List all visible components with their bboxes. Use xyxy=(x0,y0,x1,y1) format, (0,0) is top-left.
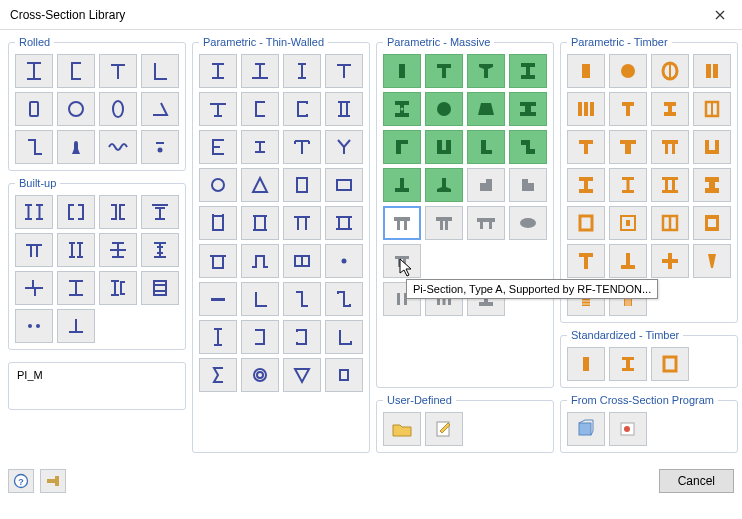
timber-i-2[interactable] xyxy=(651,92,689,126)
thin-y[interactable] xyxy=(325,130,363,164)
builtup-i-cap[interactable] xyxy=(141,195,179,229)
builtup-i-plate[interactable] xyxy=(99,233,137,267)
rolled-chs[interactable] xyxy=(57,92,95,126)
rolled-z-section[interactable] xyxy=(15,130,53,164)
program-import[interactable] xyxy=(609,412,647,446)
rolled-i-section[interactable] xyxy=(15,54,53,88)
massive-ellipse[interactable] xyxy=(509,206,547,240)
massive-tee-inv-taper[interactable] xyxy=(425,168,463,202)
timber-box-3cell[interactable] xyxy=(693,206,731,240)
thin-box-small[interactable] xyxy=(325,358,363,392)
thin-angle[interactable] xyxy=(241,282,279,316)
user-open[interactable] xyxy=(383,412,421,446)
timber-box-2cell[interactable] xyxy=(651,206,689,240)
builtup-i-c[interactable] xyxy=(99,271,137,305)
timber-i-1[interactable] xyxy=(609,92,647,126)
settings-button[interactable] xyxy=(40,469,66,493)
timber-box-hollow[interactable] xyxy=(567,206,605,240)
timber-oval-h[interactable] xyxy=(651,54,689,88)
thin-tri-down[interactable] xyxy=(283,358,321,392)
builtup-2c-back[interactable] xyxy=(57,195,95,229)
timber-pi[interactable] xyxy=(651,130,689,164)
massive-l[interactable] xyxy=(467,130,505,164)
builtup-tee-wide[interactable] xyxy=(15,233,53,267)
thin-box-wide[interactable] xyxy=(325,168,363,202)
close-button[interactable] xyxy=(697,0,742,29)
timber-u[interactable] xyxy=(693,130,731,164)
thin-box-stiff2[interactable] xyxy=(241,206,279,240)
rolled-channel[interactable] xyxy=(57,54,95,88)
thin-triangle[interactable] xyxy=(241,168,279,202)
user-edit[interactable] xyxy=(425,412,463,446)
std-timber-box[interactable] xyxy=(651,347,689,381)
builtup-i-stiff[interactable] xyxy=(141,233,179,267)
massive-step-right[interactable] xyxy=(509,168,547,202)
thin-angle-lip[interactable] xyxy=(325,320,363,354)
thin-box-stiff1[interactable] xyxy=(199,206,237,240)
rolled-rhs[interactable] xyxy=(15,92,53,126)
timber-i-heavy[interactable] xyxy=(693,168,731,202)
rolled-angle[interactable] xyxy=(141,54,179,88)
thin-tee[interactable] xyxy=(325,54,363,88)
builtup-tee-inv[interactable] xyxy=(57,309,95,343)
program-shape[interactable] xyxy=(567,412,605,446)
massive-tee-taper[interactable] xyxy=(467,54,505,88)
timber-cross[interactable] xyxy=(651,244,689,278)
thin-c-lip[interactable] xyxy=(283,92,321,126)
rolled-angle-obtuse[interactable] xyxy=(141,92,179,126)
thin-box[interactable] xyxy=(283,168,321,202)
massive-pi-a[interactable] xyxy=(383,206,421,240)
rolled-rail[interactable] xyxy=(57,130,95,164)
thin-c-flip[interactable] xyxy=(241,320,279,354)
thin-i-slender[interactable] xyxy=(199,320,237,354)
massive-pi-b[interactable] xyxy=(425,206,463,240)
massive-tee-inv[interactable] xyxy=(383,168,421,202)
timber-i-asym2[interactable] xyxy=(609,244,647,278)
massive-i-wide[interactable] xyxy=(509,92,547,126)
cancel-button[interactable]: Cancel xyxy=(659,469,734,493)
massive-u[interactable] xyxy=(425,130,463,164)
thin-i[interactable] xyxy=(199,54,237,88)
thin-i-box[interactable] xyxy=(325,92,363,126)
timber-rect[interactable] xyxy=(567,54,605,88)
rolled-corrugated[interactable] xyxy=(99,130,137,164)
timber-box-inner[interactable] xyxy=(609,206,647,240)
timber-3rect[interactable] xyxy=(567,92,605,126)
thin-tee-wide[interactable] xyxy=(199,92,237,126)
massive-circle[interactable] xyxy=(425,92,463,126)
thin-tee-lip[interactable] xyxy=(283,130,321,164)
timber-wedge[interactable] xyxy=(693,244,731,278)
builtup-2i-tight[interactable] xyxy=(57,233,95,267)
timber-2rect[interactable] xyxy=(693,54,731,88)
timber-tee-wide[interactable] xyxy=(609,130,647,164)
rolled-tee[interactable] xyxy=(99,54,137,88)
std-timber-rect[interactable] xyxy=(567,347,605,381)
thin-dot[interactable] xyxy=(325,244,363,278)
thin-pipe[interactable] xyxy=(241,358,279,392)
timber-box-cross[interactable] xyxy=(693,92,731,126)
builtup-i-heavy[interactable] xyxy=(57,271,95,305)
thin-c-wide[interactable] xyxy=(199,130,237,164)
thin-pi[interactable] xyxy=(283,206,321,240)
builtup-angles-star[interactable] xyxy=(15,271,53,305)
massive-i[interactable] xyxy=(509,54,547,88)
thin-i-narrow[interactable] xyxy=(283,54,321,88)
thin-i-asym[interactable] xyxy=(241,54,279,88)
rolled-bar[interactable] xyxy=(141,130,179,164)
massive-rect[interactable] xyxy=(383,54,421,88)
help-button[interactable]: ? xyxy=(8,469,34,493)
massive-i-hole[interactable] xyxy=(383,92,421,126)
timber-circle[interactable] xyxy=(609,54,647,88)
timber-i-full[interactable] xyxy=(567,168,605,202)
builtup-2c-face[interactable] xyxy=(99,195,137,229)
massive-trapezoid[interactable] xyxy=(467,92,505,126)
massive-z[interactable] xyxy=(509,130,547,164)
thin-z[interactable] xyxy=(283,282,321,316)
massive-pi-wide[interactable] xyxy=(467,206,505,240)
thin-z-lip[interactable] xyxy=(325,282,363,316)
thin-flat[interactable] xyxy=(199,282,237,316)
builtup-box-lattice[interactable] xyxy=(141,271,179,305)
rolled-oval[interactable] xyxy=(99,92,137,126)
std-timber-i[interactable] xyxy=(609,347,647,381)
thin-box-flange[interactable] xyxy=(325,206,363,240)
